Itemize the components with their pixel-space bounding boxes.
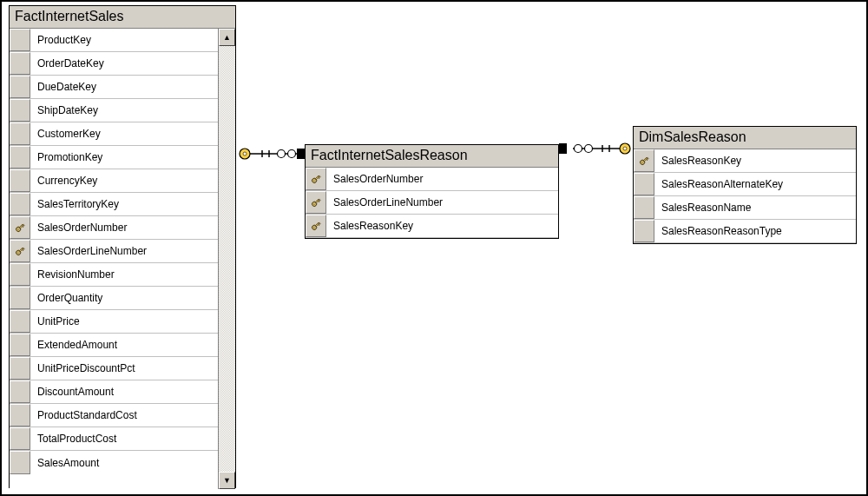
table-column[interactable]: OrderDateKey <box>10 52 218 76</box>
row-header-cell[interactable] <box>10 310 30 333</box>
column-name: DiscountAmount <box>30 380 218 403</box>
svg-point-15 <box>575 145 582 153</box>
row-header-cell[interactable] <box>10 451 30 474</box>
row-header-cell[interactable] <box>634 220 654 242</box>
table-column[interactable]: SalesReasonAlternateKey <box>634 173 856 196</box>
table-column[interactable]: SalesReasonKey <box>634 149 856 173</box>
column-name: ProductKey <box>30 29 218 51</box>
scroll-track[interactable] <box>219 46 235 472</box>
table-column[interactable]: CurrencyKey <box>10 169 218 193</box>
column-name: UnitPrice <box>30 310 218 333</box>
table-title: DimSalesReason <box>634 127 856 149</box>
table-column[interactable]: SalesOrderNumber <box>10 216 218 240</box>
svg-point-9 <box>288 150 296 158</box>
relationship-line[interactable] <box>559 138 634 159</box>
column-name: ExtendedAmount <box>30 334 218 356</box>
table-column[interactable]: OrderQuantity <box>10 287 218 310</box>
row-header-cell[interactable] <box>634 173 654 195</box>
column-name: SalesReasonAlternateKey <box>654 173 856 195</box>
scrollbar[interactable]: ▲ ▼ <box>218 29 235 489</box>
scroll-down-button[interactable]: ▼ <box>219 472 235 489</box>
table-column[interactable]: ExtendedAmount <box>10 334 218 357</box>
table-column[interactable]: ProductKey <box>10 29 218 52</box>
column-name: SalesReasonName <box>654 196 856 219</box>
column-name: OrderQuantity <box>30 287 218 309</box>
table-column[interactable]: DueDateKey <box>10 76 218 99</box>
row-header-cell[interactable] <box>10 240 30 262</box>
table-column[interactable]: RevisionNumber <box>10 263 218 287</box>
column-name: ShipDateKey <box>30 99 218 122</box>
table-column[interactable]: PromotionKey <box>10 146 218 169</box>
table-column[interactable]: UnitPriceDiscountPct <box>10 357 218 380</box>
table-column[interactable]: SalesReasonKey <box>306 215 558 238</box>
column-list: SalesReasonKey SalesReasonAlternateKey S… <box>634 149 856 243</box>
primary-key-icon <box>14 222 26 234</box>
row-header-cell[interactable] <box>634 149 654 172</box>
table-column[interactable]: ProductStandardCost <box>10 404 218 427</box>
row-header-cell[interactable] <box>10 427 30 450</box>
row-header-cell[interactable] <box>634 196 654 219</box>
row-header-cell[interactable] <box>10 287 30 309</box>
column-name: SalesOrderLineNumber <box>30 240 218 262</box>
table-column[interactable]: SalesOrderNumber <box>306 168 558 191</box>
table-column[interactable]: DiscountAmount <box>10 380 218 404</box>
table-column[interactable]: ShipDateKey <box>10 99 218 122</box>
table-title-label: DimSalesReason <box>639 129 746 145</box>
row-header-cell[interactable] <box>10 334 30 356</box>
column-name: UnitPriceDiscountPct <box>30 357 218 380</box>
row-header-cell[interactable] <box>10 122 30 145</box>
row-header-cell[interactable] <box>10 380 30 403</box>
row-header-cell[interactable] <box>306 191 326 214</box>
table-factinternetsales[interactable]: FactInternetSales ProductKey OrderDateKe… <box>9 5 236 488</box>
column-name: SalesAmount <box>30 451 218 474</box>
table-column[interactable]: SalesReasonReasonType <box>634 220 856 243</box>
column-name: ProductStandardCost <box>30 404 218 427</box>
arrow-down-icon: ▼ <box>223 476 231 485</box>
column-name: SalesTerritoryKey <box>30 193 218 215</box>
row-header-cell[interactable] <box>10 216 30 239</box>
row-header-cell[interactable] <box>10 357 30 380</box>
column-name: SalesReasonKey <box>326 215 558 237</box>
scroll-up-button[interactable]: ▲ <box>219 29 235 46</box>
row-header-cell[interactable] <box>10 169 30 192</box>
table-factinternetsalesreason[interactable]: FactInternetSalesReason SalesOrderNumber… <box>305 144 559 239</box>
table-title-label: FactInternetSalesReason <box>311 148 468 163</box>
table-column[interactable]: SalesReasonName <box>634 196 856 220</box>
column-name: TotalProductCost <box>30 427 218 450</box>
row-header-cell[interactable] <box>10 263 30 286</box>
column-name: SalesOrderLineNumber <box>326 191 558 214</box>
table-column[interactable]: CustomerKey <box>10 122 218 146</box>
table-dimsalesreason[interactable]: DimSalesReason SalesReasonKey SalesReaso… <box>633 126 857 244</box>
primary-key-icon <box>310 173 322 185</box>
column-name: CustomerKey <box>30 122 218 145</box>
primary-key-icon <box>310 196 322 208</box>
row-header-cell[interactable] <box>10 29 30 51</box>
column-name: SalesOrderNumber <box>326 168 558 190</box>
column-name: OrderDateKey <box>30 52 218 75</box>
row-header-cell[interactable] <box>10 404 30 427</box>
column-name: RevisionNumber <box>30 263 218 286</box>
row-header-cell[interactable] <box>10 146 30 169</box>
row-header-cell[interactable] <box>306 168 326 190</box>
table-column[interactable]: UnitPrice <box>10 310 218 334</box>
relationship-line[interactable] <box>236 143 306 164</box>
column-name: SalesReasonKey <box>654 149 856 172</box>
row-header-cell[interactable] <box>10 99 30 122</box>
row-header-cell[interactable] <box>10 76 30 98</box>
row-header-cell[interactable] <box>10 52 30 75</box>
table-column[interactable]: SalesOrderLineNumber <box>306 191 558 215</box>
column-name: SalesReasonReasonType <box>654 220 856 242</box>
column-name: CurrencyKey <box>30 169 218 192</box>
column-list: ProductKey OrderDateKey DueDateKey ShipD… <box>10 29 218 489</box>
row-header-cell[interactable] <box>10 193 30 215</box>
svg-rect-10 <box>297 149 305 159</box>
row-header-cell[interactable] <box>306 215 326 237</box>
table-column[interactable]: SalesOrderLineNumber <box>10 240 218 263</box>
table-column[interactable]: SalesTerritoryKey <box>10 193 218 216</box>
table-title: FactInternetSalesReason <box>306 145 558 168</box>
svg-point-16 <box>585 145 593 153</box>
table-column[interactable]: SalesAmount <box>10 451 218 474</box>
svg-point-8 <box>278 150 286 158</box>
table-column[interactable]: TotalProductCost <box>10 427 218 451</box>
svg-point-20 <box>623 147 627 150</box>
